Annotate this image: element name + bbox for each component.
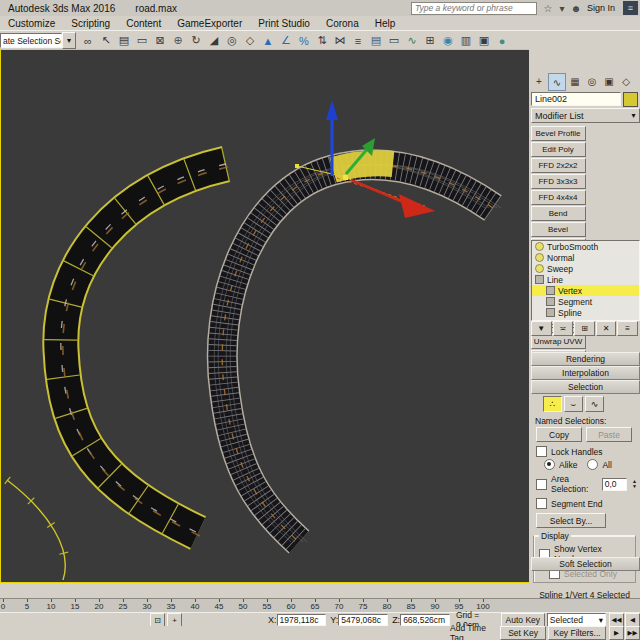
area-selection-value[interactable]: 0,0 xyxy=(602,478,627,491)
select-by-button[interactable]: Select By... xyxy=(536,513,606,528)
y-coord-field[interactable]: 5479,068c xyxy=(338,614,388,626)
timeline-tick-40[interactable]: 40 xyxy=(184,599,206,608)
segment-end-checkbox[interactable] xyxy=(536,498,547,509)
user-icon[interactable]: ☻ xyxy=(569,2,583,15)
modifier-enabled-bulb-icon[interactable] xyxy=(535,253,544,262)
modifier-list-dropdown[interactable]: Modifier List ▾ xyxy=(531,108,640,123)
menu-item-corona[interactable]: Corona xyxy=(318,16,367,30)
snap-toggle-icon[interactable]: ▲ xyxy=(260,32,277,49)
render-production-icon[interactable]: ● xyxy=(494,32,511,49)
segment-mode-icon[interactable]: ⌣ xyxy=(564,396,583,412)
timeline-tick-20[interactable]: 20 xyxy=(88,599,110,608)
select-and-rotate-icon[interactable]: ↻ xyxy=(188,32,205,49)
workspace-menu-icon[interactable]: ≡ xyxy=(623,1,638,15)
tab-motion[interactable]: ◎ xyxy=(584,73,600,89)
object-color-swatch[interactable] xyxy=(623,92,638,107)
lock-handles-checkbox[interactable] xyxy=(536,446,547,457)
modifier-button-ffd-3x3x3[interactable]: FFD 3x3x3 xyxy=(531,174,586,189)
previous-frame-button[interactable]: ◀ xyxy=(625,613,640,627)
tab-display[interactable]: ▣ xyxy=(601,73,617,89)
timeline-tick-100[interactable]: 100 xyxy=(472,599,494,608)
layer-manager-icon[interactable]: ▤ xyxy=(368,32,385,49)
timeline-tick-70[interactable]: 70 xyxy=(328,599,350,608)
timeline-tick-25[interactable]: 25 xyxy=(112,599,134,608)
stack-item-line[interactable]: Line xyxy=(532,274,639,285)
timeline-tick-45[interactable]: 45 xyxy=(208,599,230,608)
play-button[interactable]: ▶ xyxy=(609,626,624,640)
curve-editor-icon[interactable]: ∿ xyxy=(404,32,421,49)
modifier-enabled-bulb-icon[interactable] xyxy=(535,264,544,273)
favorites-star-icon[interactable]: ☆ xyxy=(541,2,555,15)
stack-item-normal[interactable]: Normal xyxy=(532,252,639,263)
timeline-tick-80[interactable]: 80 xyxy=(376,599,398,608)
sign-in-link[interactable]: Sign In xyxy=(587,3,615,13)
search-dropdown-icon[interactable]: ▾ xyxy=(555,2,569,15)
area-spinner[interactable]: ▲▼ xyxy=(631,479,638,490)
modifier-button-edit-poly[interactable]: Edit Poly xyxy=(531,142,586,157)
viewport-canvas[interactable] xyxy=(1,50,528,580)
key-filters-button[interactable]: Key Filters... xyxy=(548,626,606,640)
stack-item-vertex[interactable]: Vertex xyxy=(532,285,639,296)
rollout-interpolation[interactable]: Interpolation xyxy=(531,366,640,380)
named-selection-set-combo[interactable]: ate Selection Se xyxy=(0,33,62,48)
stack-item-sweep[interactable]: Sweep xyxy=(532,263,639,274)
selection-set-dropdown-icon[interactable]: ▾ xyxy=(62,32,76,49)
percent-snap-icon[interactable]: % xyxy=(296,32,313,49)
timeline-tick-35[interactable]: 35 xyxy=(160,599,182,608)
timeline-tick-5[interactable]: 5 xyxy=(16,599,38,608)
tab-create[interactable]: + xyxy=(531,73,547,89)
menu-item-customize[interactable]: Customize xyxy=(0,16,63,30)
track-bar[interactable]: 0510152025303540455055606570758085909510… xyxy=(0,598,640,613)
timeline-tick-85[interactable]: 85 xyxy=(400,599,422,608)
rollout-soft-selection[interactable]: Soft Selection xyxy=(531,557,640,571)
align-icon[interactable]: ≡ xyxy=(350,32,367,49)
perspective-viewport[interactable] xyxy=(0,49,531,583)
timeline-tick-60[interactable]: 60 xyxy=(280,599,302,608)
remove-modifier-icon[interactable]: ✕ xyxy=(596,321,617,336)
selection-region-icon[interactable]: ▭ xyxy=(134,32,151,49)
x-coord-field[interactable]: 1978,118c xyxy=(277,614,327,626)
material-editor-icon[interactable]: ◉ xyxy=(440,32,457,49)
configure-modifier-sets-icon[interactable]: ≡ xyxy=(617,321,638,336)
spinner-snap-icon[interactable]: ⇅ xyxy=(314,32,331,49)
timeline-tick-55[interactable]: 55 xyxy=(256,599,278,608)
menu-item-content[interactable]: Content xyxy=(118,16,169,30)
ribbon-toggle-icon[interactable]: ▭ xyxy=(386,32,403,49)
go-to-end-button[interactable]: ▶▶ xyxy=(625,626,640,640)
modifier-button-bend[interactable]: Bend xyxy=(531,206,586,221)
alike-radio[interactable] xyxy=(544,459,555,470)
vertex-mode-icon[interactable]: ∴ xyxy=(543,396,562,412)
modifier-button-ffd-4x4x4[interactable]: FFD 4x4x4 xyxy=(531,190,586,205)
timeline-tick-10[interactable]: 10 xyxy=(40,599,62,608)
auto-key-button[interactable]: Auto Key xyxy=(501,613,545,627)
search-input[interactable] xyxy=(411,2,537,15)
rollout-rendering[interactable]: Rendering xyxy=(531,352,640,366)
all-radio[interactable] xyxy=(587,459,598,470)
add-time-tag[interactable]: Add Time Tag xyxy=(450,623,500,640)
key-mode-dropdown[interactable]: Selected ▾ xyxy=(547,613,606,627)
make-unique-icon[interactable]: ⊞ xyxy=(574,321,595,336)
angle-snap-icon[interactable]: ∠ xyxy=(278,32,295,49)
selection-lock-icon[interactable]: ⊡ xyxy=(150,613,165,627)
offset-mode-icon[interactable]: + xyxy=(167,613,182,627)
set-key-button[interactable]: Set Key xyxy=(500,626,546,640)
modifier-button-ffd-2x2x2[interactable]: FFD 2x2x2 xyxy=(531,158,586,173)
timeline-tick-50[interactable]: 50 xyxy=(232,599,254,608)
rollout-selection[interactable]: Selection xyxy=(531,380,640,394)
pin-stack-icon[interactable]: ▼ xyxy=(531,321,552,336)
select-by-name-icon[interactable]: ▤ xyxy=(116,32,133,49)
timeline-tick-75[interactable]: 75 xyxy=(352,599,374,608)
timeline-tick-0[interactable]: 0 xyxy=(0,599,14,608)
select-and-scale-icon[interactable]: ◢ xyxy=(206,32,223,49)
go-to-start-button[interactable]: ◀◀ xyxy=(609,613,624,627)
select-object-icon[interactable]: ↖ xyxy=(98,32,115,49)
modifier-enabled-bulb-icon[interactable] xyxy=(535,242,544,251)
use-center-icon[interactable]: ◎ xyxy=(224,32,241,49)
timeline-tick-30[interactable]: 30 xyxy=(136,599,158,608)
menu-item-print-studio[interactable]: Print Studio xyxy=(250,16,318,30)
timeline-tick-90[interactable]: 90 xyxy=(424,599,446,608)
show-end-result-icon[interactable]: ≍ xyxy=(553,321,574,336)
select-and-manipulate-icon[interactable]: ◇ xyxy=(242,32,259,49)
z-coord-field[interactable]: 668,526cm xyxy=(400,614,450,626)
stack-item-spline[interactable]: Spline xyxy=(532,307,639,318)
